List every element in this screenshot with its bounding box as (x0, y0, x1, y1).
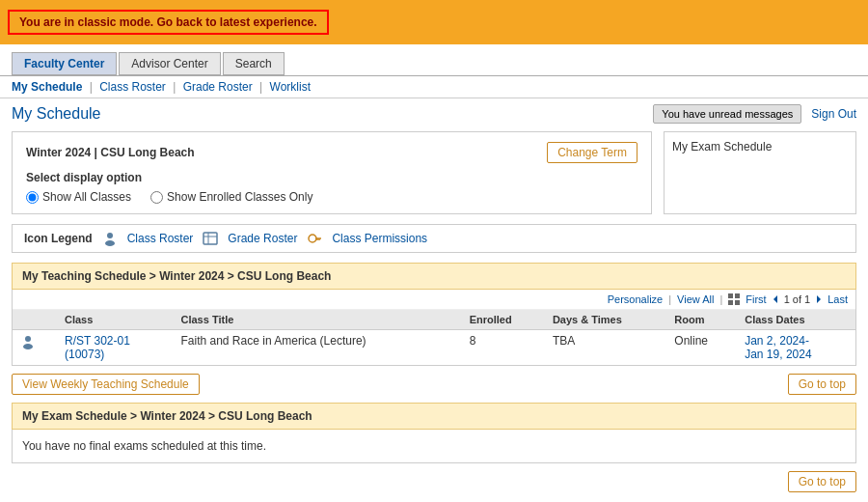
go-to-top-exam-button[interactable]: Go to top (788, 471, 856, 492)
sub-nav-class-roster[interactable]: Class Roster (99, 80, 166, 94)
tab-faculty-center[interactable]: Faculty Center (12, 52, 117, 75)
sub-nav-grade-roster[interactable]: Grade Roster (183, 80, 253, 94)
exam-schedule-content: You have no final exams scheduled at thi… (12, 430, 856, 463)
class-roster-legend-link[interactable]: Class Roster (127, 232, 194, 245)
svg-rect-10 (735, 293, 740, 298)
main-content: Winter 2024 | CSU Long Beach Change Term… (0, 131, 868, 502)
radio-show-enrolled[interactable] (150, 191, 163, 204)
radio-show-all[interactable] (26, 191, 39, 204)
svg-rect-2 (203, 233, 217, 244)
term-label: Winter 2024 | CSU Long Beach (26, 146, 195, 159)
row-days-times: TBA (545, 330, 666, 366)
svg-rect-11 (728, 300, 733, 305)
svg-point-0 (107, 233, 113, 238)
sub-nav-worklist[interactable]: Worklist (270, 80, 311, 94)
grid-icon (728, 293, 740, 305)
sub-nav-my-schedule[interactable]: My Schedule (12, 80, 82, 94)
table-row: R/ST 302-01(10073) Faith and Race in Ame… (13, 330, 855, 366)
table-header-row: Class Class Title Enrolled Days & Times … (13, 310, 855, 330)
unread-messages-button[interactable]: You have unread messages (653, 104, 801, 124)
svg-marker-14 (817, 295, 821, 303)
col-enrolled: Enrolled (462, 310, 545, 330)
svg-marker-13 (773, 295, 777, 303)
svg-rect-9 (728, 293, 733, 298)
tab-search[interactable]: Search (223, 52, 285, 75)
sign-out-link[interactable]: Sign Out (811, 107, 856, 121)
go-to-top-teaching-button[interactable]: Go to top (788, 374, 856, 395)
icon-legend-label: Icon Legend (24, 232, 93, 245)
row-room: Online (666, 330, 737, 366)
col-class-dates: Class Dates (737, 310, 855, 330)
row-enrolled: 8 (462, 330, 545, 366)
person-icon (102, 231, 118, 246)
col-room: Room (666, 310, 737, 330)
teaching-schedule-section: My Teaching Schedule > Winter 2024 > CSU… (12, 263, 856, 403)
table-toolbar: Personalize | View All | First 1 of 1 (13, 290, 855, 310)
tab-advisor-center[interactable]: Advisor Center (119, 52, 220, 75)
row-class-dates: Jan 2, 2024-Jan 19, 2024 (737, 330, 855, 366)
radio-show-enrolled-label[interactable]: Show Enrolled Classes Only (150, 190, 312, 204)
grade-roster-legend-link[interactable]: Grade Roster (228, 232, 297, 245)
view-all-link[interactable]: View All (677, 293, 714, 305)
class-permissions-legend-link[interactable]: Class Permissions (332, 232, 427, 245)
svg-point-5 (309, 235, 316, 242)
sub-nav: My Schedule | Class Roster | Grade Roste… (0, 75, 868, 98)
prev-page-icon[interactable] (771, 294, 780, 304)
class-permissions-icon (307, 231, 322, 246)
teaching-schedule-actions: View Weekly Teaching Schedule Go to top (12, 366, 856, 403)
classic-mode-banner-text: You are in classic mode. Go back to late… (19, 15, 317, 29)
svg-point-16 (23, 344, 33, 349)
row-icons (13, 330, 57, 366)
page-header: My Schedule You have unread messages Sig… (0, 98, 868, 131)
radio-show-all-label[interactable]: Show All Classes (26, 190, 131, 204)
header-actions: You have unread messages Sign Out (653, 104, 856, 124)
class-roster-row-icon[interactable] (20, 334, 36, 349)
svg-rect-12 (735, 300, 740, 305)
nav-tabs: Faculty Center Advisor Center Search (0, 44, 868, 75)
change-term-button[interactable]: Change Term (547, 142, 637, 163)
exam-schedule-section-header: My Exam Schedule > Winter 2024 > CSU Lon… (12, 403, 856, 430)
display-option-section: Select display option Show All Classes S… (26, 171, 637, 204)
exam-schedule-label: My Exam Schedule (672, 140, 772, 153)
col-class (13, 310, 57, 330)
first-page-link[interactable]: First (746, 293, 766, 305)
svg-point-1 (105, 240, 115, 246)
row-class-title: Faith and Race in America (Lecture) (174, 330, 462, 366)
last-page-link[interactable]: Last (827, 293, 848, 305)
display-option-label: Select display option (26, 171, 637, 184)
col-days-times: Days & Times (545, 310, 666, 330)
page-title: My Schedule (12, 105, 101, 123)
no-exams-text: You have no final exams scheduled at thi… (22, 439, 266, 453)
teaching-schedule-header: My Teaching Schedule > Winter 2024 > CSU… (12, 263, 856, 290)
row-class-code: R/ST 302-01(10073) (57, 330, 174, 366)
pagination: First 1 of 1 Last (746, 293, 848, 305)
col-class-title: Class Title (174, 310, 462, 330)
view-weekly-schedule-button[interactable]: View Weekly Teaching Schedule (12, 374, 200, 395)
col-class-code: Class (57, 310, 174, 330)
term-section: Winter 2024 | CSU Long Beach Change Term… (12, 131, 652, 214)
svg-point-15 (25, 336, 31, 342)
exam-schedule-box: My Exam Schedule (664, 131, 856, 214)
personalize-link[interactable]: Personalize (608, 293, 663, 305)
page-info: 1 of 1 (784, 293, 811, 305)
exam-schedule-section: My Exam Schedule > Winter 2024 > CSU Lon… (12, 403, 856, 500)
exam-schedule-actions: Go to top (12, 463, 856, 500)
teaching-schedule-table: Class Class Title Enrolled Days & Times … (13, 310, 855, 365)
next-page-icon[interactable] (814, 294, 824, 304)
grade-roster-icon (203, 231, 218, 246)
icon-legend: Icon Legend Class Roster Grade Roster Cl… (12, 224, 856, 253)
